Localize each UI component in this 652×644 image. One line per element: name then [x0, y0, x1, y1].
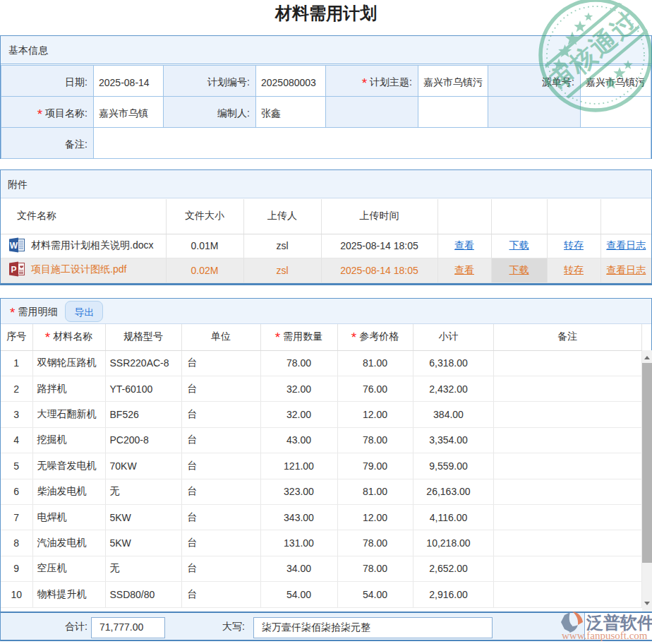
svg-text:P: P [11, 265, 16, 275]
svg-text:泛普软件: 泛普软件 [586, 613, 652, 632]
svg-text:W: W [10, 240, 18, 250]
svg-text:www.fanpusoft.com: www.fanpusoft.com [562, 630, 648, 641]
